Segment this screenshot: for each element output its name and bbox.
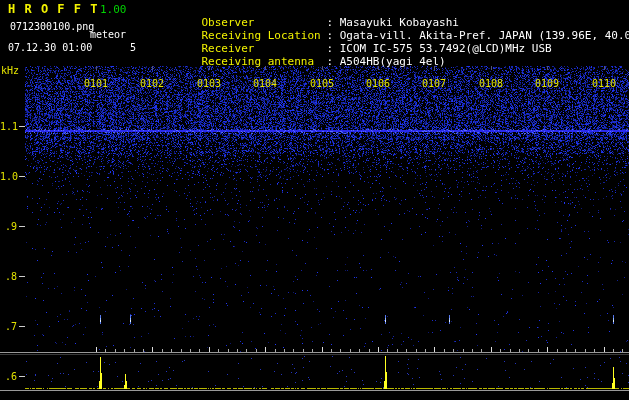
x-tick-label: 0110 — [584, 78, 624, 89]
y-axis-unit-label: kHz — [1, 66, 19, 76]
y-tick-label: .9 — [0, 221, 17, 232]
app-version: 1.00 — [100, 4, 127, 15]
y-tick-label: .6 — [0, 371, 17, 382]
x-tick-label: 0103 — [189, 78, 229, 89]
x-tick-label: 0107 — [414, 78, 454, 89]
x-tick-label: 0101 — [76, 78, 116, 89]
info-row-antenna: Receiving antenna: A504HB(yagi 4el) — [175, 42, 446, 81]
x-tick-label: 0102 — [132, 78, 172, 89]
meteor-count: 5 — [130, 43, 136, 53]
y-tick-label: 1.0 — [0, 171, 17, 182]
x-tick-label: 0109 — [527, 78, 567, 89]
filename: 0712300100.png — [10, 22, 94, 32]
x-tick-label: 0108 — [471, 78, 511, 89]
info-value: A504HB(yagi 4el) — [333, 55, 446, 68]
hrofft-screenshot: H R O F F T 1.00 0712300100.png meteor 0… — [0, 0, 629, 400]
y-tick-label: 1.1 — [0, 121, 17, 132]
y-tick-label: .7 — [0, 321, 17, 332]
timestamp: 07.12.30 01:00 — [8, 43, 92, 53]
x-tick-label: 0105 — [302, 78, 342, 89]
app-title: H R O F F T — [8, 3, 98, 15]
y-tick-label: .8 — [0, 271, 17, 282]
x-tick-label: 0104 — [245, 78, 285, 89]
mode-label: meteor — [90, 30, 126, 40]
info-label: Receiving antenna — [202, 55, 327, 68]
x-tick-label: 0106 — [358, 78, 398, 89]
